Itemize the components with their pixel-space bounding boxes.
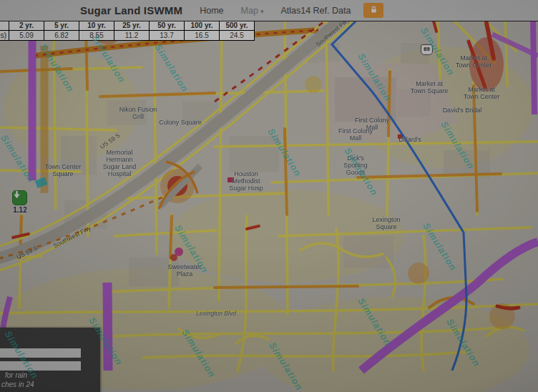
place-label: Market at Town Center bbox=[464, 86, 500, 100]
atlas-value-cell: 8.55 bbox=[79, 31, 114, 41]
simulation-caption-line2: ches in 24 bbox=[1, 381, 34, 388]
atlas-value-cell: 13.7 bbox=[150, 31, 185, 41]
atlas-value-cell: 5.09 bbox=[9, 31, 44, 41]
atlas-value-cell: 6.82 bbox=[44, 31, 79, 41]
place-label: Dillard's bbox=[398, 136, 421, 143]
place-label: Market at Town Center bbox=[456, 54, 492, 69]
nav-home[interactable]: Home bbox=[200, 6, 223, 16]
atlas-column-header: 5 yr. bbox=[44, 21, 79, 31]
rainfall-marker[interactable]: 1.12 bbox=[12, 190, 28, 214]
place-label: Houston Methodist Sugar Hosp bbox=[229, 170, 263, 192]
highway-shield-69: 69 bbox=[421, 44, 433, 55]
nav-map[interactable]: Map▾ bbox=[241, 6, 264, 16]
rainfall-marker-value: 1.12 bbox=[12, 206, 28, 214]
download-arrow-icon bbox=[12, 190, 27, 205]
map-canvas[interactable]: Nikon Fusion GrillColony SquareMemorial … bbox=[0, 21, 538, 392]
atlas-column-header: 2 yr. bbox=[9, 21, 44, 31]
place-label: David's Bridal bbox=[443, 107, 482, 114]
atlas-value-cell: 11.2 bbox=[114, 31, 150, 41]
atlas-column-header: 25 yr. bbox=[114, 21, 150, 31]
atlas-column-header: 50 yr. bbox=[150, 21, 185, 31]
simulation-input-1[interactable] bbox=[0, 348, 81, 358]
nav-atlas14-ref-data[interactable]: Atlas14 Ref. Data bbox=[280, 6, 351, 16]
place-label: Market at Town Square bbox=[411, 80, 449, 94]
atlas-column-header: 100 yr. bbox=[185, 21, 220, 31]
app-title: Sugar Land ISWMM bbox=[80, 4, 182, 16]
atlas-column-header: 500 yr. bbox=[220, 21, 255, 31]
chevron-down-icon: ▾ bbox=[260, 8, 264, 15]
atlas-value-cell: 16.5 bbox=[185, 31, 220, 41]
atlas-column-header: 10 yr. bbox=[79, 21, 114, 31]
place-label: Lexington Square bbox=[372, 216, 400, 230]
place-label: First Colony Mall bbox=[338, 127, 373, 142]
simulation-input-2[interactable] bbox=[0, 361, 81, 371]
simulation-caption-line1: for rain bbox=[5, 371, 27, 379]
atlas-row-label: (inches) bbox=[0, 31, 9, 41]
atlas-value-cell: 24.5 bbox=[220, 31, 255, 41]
street-label: Lexington Blvd bbox=[196, 310, 236, 318]
place-label: Sweetwater Plaza bbox=[167, 263, 201, 278]
place-label: Nikon Fusion Grill bbox=[119, 106, 157, 120]
place-label: Dick's Sporting Goods bbox=[343, 155, 368, 176]
place-label: Colony Square bbox=[159, 119, 202, 126]
lock-button[interactable] bbox=[363, 3, 383, 18]
place-label: Memorial Hermann Sugar Land Hospital bbox=[103, 149, 137, 177]
simulation-panel: for rain ches in 24 bbox=[0, 328, 100, 392]
lock-icon bbox=[369, 5, 378, 16]
place-label: Town Center Square bbox=[45, 163, 82, 177]
app-header: Sugar Land ISWMM Home Map▾ Atlas14 Ref. … bbox=[0, 0, 538, 21]
